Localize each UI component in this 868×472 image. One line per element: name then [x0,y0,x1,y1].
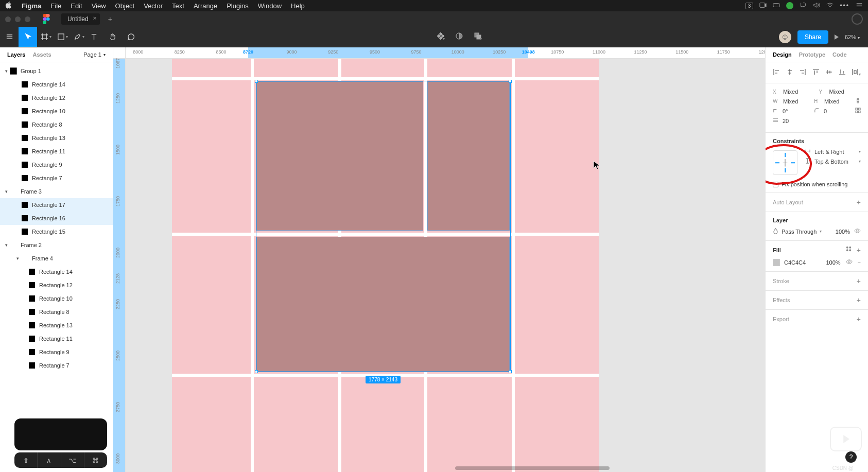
fix-position-checkbox[interactable] [773,182,778,187]
align-vcenter-icon[interactable] [825,68,832,77]
add-export-button[interactable]: + [857,315,861,323]
tab-prototype[interactable]: Prototype [799,51,825,58]
volume-icon[interactable] [813,2,820,10]
help-button[interactable]: ? [845,451,857,463]
file-tab[interactable]: Untitled ✕ [61,13,100,25]
more-icon[interactable]: ••• [840,2,849,9]
comment-tool-button[interactable] [121,27,140,47]
y-input[interactable]: Mixed [829,89,861,95]
align-left-icon[interactable] [773,68,780,77]
menu-vector[interactable]: Vector [144,2,163,10]
new-tab-button[interactable]: + [104,15,116,23]
menu-arrange[interactable]: Arrange [194,2,217,10]
x-input[interactable]: Mixed [783,89,815,95]
account-avatar-icon[interactable] [852,13,863,25]
mask-button[interactable] [455,32,463,42]
layer-row[interactable]: ▾Frame 4 [0,252,113,265]
hand-tool-button[interactable] [103,27,121,47]
layer-row[interactable]: Rectangle 17 [0,198,113,212]
menu-edit[interactable]: Edit [71,2,82,10]
add-auto-layout-button[interactable]: + [857,198,861,206]
menu-text[interactable]: Text [172,2,184,10]
add-stroke-button[interactable]: + [857,277,861,285]
layer-row[interactable]: Rectangle 16 [0,212,113,225]
text-tool-button[interactable] [84,27,103,47]
layer-row[interactable]: Rectangle 15 [0,225,113,238]
horizontal-scrollbar-thumb[interactable] [455,466,610,470]
layer-row[interactable]: Rectangle 14 [0,78,113,91]
figma-logo-icon[interactable] [43,14,50,24]
align-hcenter-icon[interactable] [786,68,793,77]
menu-lines-icon[interactable] [856,2,863,10]
align-bottom-icon[interactable] [839,68,846,77]
zoom-level[interactable]: 62% ▾ [845,34,860,40]
status-counter[interactable]: 3 [745,3,754,9]
layer-row[interactable]: ▾Frame 2 [0,238,113,252]
layer-row[interactable]: Rectangle 13 [0,131,113,145]
apple-logo-icon[interactable] [5,2,12,10]
status-green-dot-icon[interactable] [786,2,793,9]
present-button[interactable] [835,34,839,40]
spacing-input[interactable]: 20 [783,118,861,124]
input-menu-icon[interactable] [800,2,807,10]
canvas-minimap[interactable] [14,418,107,450]
ruler-vertical[interactable]: 1067125015001750200021282250250027503000 [113,59,126,472]
keyboard-icon[interactable] [773,2,780,10]
constraints-diagram[interactable]: ┼ [773,150,797,175]
boolean-button[interactable]: ▾ [474,32,482,42]
wifi-icon[interactable] [826,2,834,10]
independent-corners-icon[interactable] [855,108,861,114]
distribute-icon[interactable]: ▾ [852,68,861,77]
expand-arrow-icon[interactable]: ▾ [3,189,9,194]
main-menu-button[interactable] [0,27,19,47]
expand-arrow-icon[interactable]: ▾ [14,256,21,261]
user-avatar[interactable]: ☺ [779,31,791,43]
fill-hex-input[interactable]: C4C4C4 [784,259,806,266]
layer-row[interactable]: Rectangle 11 [0,332,113,345]
layer-row[interactable]: Rectangle 9 [0,345,113,359]
layer-row[interactable]: Rectangle 10 [0,292,113,305]
frame-tool-button[interactable] [35,27,54,47]
layer-row[interactable]: Rectangle 12 [0,91,113,104]
menu-plugins[interactable]: Plugins [227,2,249,10]
tab-code[interactable]: Code [832,51,847,58]
tab-layers[interactable]: Layers [7,51,25,58]
align-right-icon[interactable] [799,68,806,77]
ruler-horizontal[interactable]: 8000825085008720900092509500975010000102… [126,47,765,59]
menu-window[interactable]: Window [258,2,282,10]
expand-arrow-icon[interactable]: ▾ [3,68,9,74]
share-button[interactable]: Share [797,30,828,44]
remove-fill-button[interactable]: − [858,259,861,266]
layer-row[interactable]: Rectangle 12 [0,278,113,292]
layer-row[interactable]: Rectangle 8 [0,305,113,319]
menu-object[interactable]: Object [115,2,135,10]
visibility-icon[interactable] [854,228,861,235]
layer-opacity-input[interactable]: 100% [836,229,850,235]
layer-row[interactable]: ▾Group 1 [0,64,113,78]
constraint-h-select[interactable]: Left & Right [814,149,855,155]
corner-radius-input[interactable]: 0 [824,108,851,114]
layer-row[interactable]: Rectangle 10 [0,104,113,118]
layer-row[interactable]: Rectangle 14 [0,265,113,278]
close-tab-icon[interactable]: ✕ [93,15,97,21]
constraint-v-select[interactable]: Top & Bottom [814,159,855,165]
fill-visibility-icon[interactable] [846,258,853,266]
blend-mode-select[interactable]: Pass Through [782,229,817,235]
menu-view[interactable]: View [92,2,106,10]
tab-design[interactable]: Design [773,51,792,58]
layer-row[interactable]: Rectangle 7 [0,171,113,185]
app-name[interactable]: Figma [22,2,41,10]
fill-opacity-input[interactable]: 100% [826,259,840,266]
menu-file[interactable]: File [50,2,61,10]
add-effect-button[interactable]: + [857,296,861,304]
tab-assets[interactable]: Assets [32,51,51,58]
layer-row[interactable]: Rectangle 13 [0,319,113,332]
constrain-proportions-icon[interactable] [855,98,861,104]
screen-record-icon[interactable] [759,2,767,10]
move-tool-button[interactable] [19,27,37,47]
component-menu-button[interactable]: ▾ [437,32,445,42]
fill-style-icon[interactable] [846,246,852,254]
canvas[interactable]: 1778 × 2143 [126,59,765,472]
align-top-icon[interactable] [812,68,820,77]
w-input[interactable]: Mixed [783,98,810,104]
